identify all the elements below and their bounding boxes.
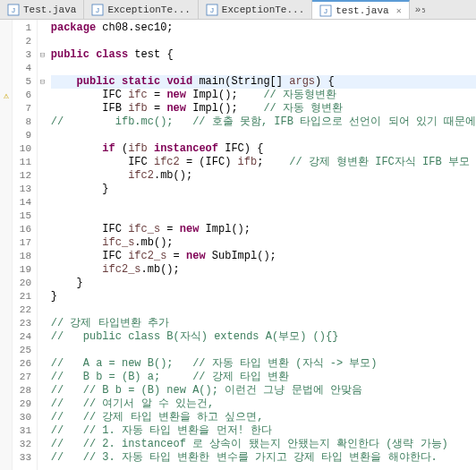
svg-text:J: J bbox=[96, 6, 99, 14]
fold-toggle bbox=[38, 21, 47, 35]
fold-toggle bbox=[38, 115, 47, 129]
code-line[interactable]: // // 3. 자동 타입 변환한 변수를 가지고 강제 타입 변환을 해야한… bbox=[51, 451, 476, 465]
gutter-mark bbox=[0, 129, 12, 142]
code-line[interactable]: // // 1. 자동 타입 변환을 먼저! 한다 bbox=[51, 424, 476, 438]
code-line[interactable] bbox=[51, 344, 476, 357]
code-line[interactable] bbox=[51, 129, 476, 142]
fold-toggle bbox=[38, 384, 47, 397]
line-number: 22 bbox=[13, 303, 31, 317]
fold-toggle bbox=[38, 250, 47, 263]
code-line[interactable]: // // 강제 타입 변환을 하고 싶으면, bbox=[51, 411, 476, 424]
tab-overflow[interactable]: »₅ bbox=[410, 0, 432, 19]
java-file-icon: J bbox=[319, 4, 332, 17]
line-number: 8 bbox=[13, 115, 31, 129]
code-line[interactable]: ifc2.mb(); bbox=[51, 169, 476, 183]
gutter-mark bbox=[0, 115, 12, 129]
line-number: 18 bbox=[13, 250, 31, 263]
gutter-mark bbox=[0, 330, 12, 344]
code-line[interactable]: IFB ifb = new Impl(); // 자동 형변환 bbox=[51, 102, 476, 115]
code-line[interactable] bbox=[51, 62, 476, 75]
code-line[interactable]: ifc2_s.mb(); bbox=[51, 263, 476, 277]
java-file-icon: J bbox=[91, 4, 104, 16]
line-number: 2 bbox=[13, 35, 31, 48]
fold-toggle bbox=[38, 223, 47, 236]
gutter-mark bbox=[0, 263, 12, 277]
fold-toggle bbox=[38, 290, 47, 303]
line-number: 20 bbox=[13, 277, 31, 290]
line-number: 32 bbox=[13, 438, 31, 451]
code-line[interactable]: // // B b = (B) new A(); 이런건 그냥 문법에 안맞음 bbox=[51, 384, 476, 397]
code-line[interactable]: } bbox=[51, 290, 476, 303]
gutter-mark bbox=[0, 438, 12, 451]
code-line[interactable]: package ch08.sec10; bbox=[51, 21, 476, 35]
tab-bar: JTest.javaJExceptionTe...JExceptionTe...… bbox=[0, 0, 476, 20]
code-line[interactable] bbox=[51, 209, 476, 223]
code-line[interactable]: // ifb.mc(); // 호출 못함, IFB 타입으로 선언이 되어 있… bbox=[51, 115, 476, 129]
line-number: 3 bbox=[13, 48, 31, 62]
tab-0[interactable]: JTest.java bbox=[0, 0, 84, 19]
code-line[interactable]: } bbox=[51, 277, 476, 290]
fold-toggle bbox=[38, 263, 47, 277]
line-number: 23 bbox=[13, 317, 31, 330]
fold-toggle bbox=[38, 277, 47, 290]
gutter-mark bbox=[0, 451, 12, 465]
line-number: 12 bbox=[13, 169, 31, 183]
code-line[interactable]: // // 2. instanceof 로 상속이 됐는지 안됐는지 확인한다 … bbox=[51, 438, 476, 451]
gutter-mark bbox=[0, 344, 12, 357]
fold-toggle[interactable]: ⊟ bbox=[38, 75, 47, 89]
fold-toggle bbox=[38, 371, 47, 384]
gutter-mark: ⚠ bbox=[0, 89, 12, 102]
code-line[interactable]: IFC ifc2 = (IFC) ifb; // 강제 형변환 IFC자식 IF… bbox=[51, 156, 476, 169]
line-number: 6 bbox=[13, 89, 31, 102]
code-line[interactable] bbox=[51, 35, 476, 48]
fold-column: ⊟⊟ bbox=[38, 20, 47, 470]
line-number: 13 bbox=[13, 183, 31, 196]
line-number: 4 bbox=[13, 62, 31, 75]
fold-toggle bbox=[38, 62, 47, 75]
gutter-mark bbox=[0, 35, 12, 48]
tab-label: ExceptionTe... bbox=[107, 4, 190, 15]
java-file-icon: J bbox=[7, 4, 20, 16]
line-number: 5 bbox=[13, 75, 31, 89]
code-line[interactable]: // public class B(자식) extends A(부모) (){} bbox=[51, 330, 476, 344]
line-number: 15 bbox=[13, 209, 31, 223]
line-number: 31 bbox=[13, 424, 31, 438]
code-line[interactable]: IFC ifc_s = new Impl(); bbox=[51, 223, 476, 236]
code-line[interactable]: // A a = new B(); // 자동 타입 변환 (자식 -> 부모) bbox=[51, 357, 476, 371]
gutter-mark bbox=[0, 102, 12, 115]
fold-toggle[interactable]: ⊟ bbox=[38, 48, 47, 62]
fold-toggle bbox=[38, 209, 47, 223]
line-number: 9 bbox=[13, 129, 31, 142]
gutter-mark bbox=[0, 48, 12, 62]
code-line[interactable]: } bbox=[51, 183, 476, 196]
fold-toggle bbox=[38, 451, 47, 465]
line-number: 16 bbox=[13, 223, 31, 236]
tab-2[interactable]: JExceptionTe... bbox=[199, 0, 312, 19]
code-line[interactable] bbox=[51, 196, 476, 209]
fold-toggle bbox=[38, 357, 47, 371]
java-file-icon: J bbox=[206, 4, 218, 16]
code-line[interactable] bbox=[51, 303, 476, 317]
code-line[interactable]: public class test { bbox=[51, 48, 476, 62]
fold-toggle bbox=[38, 411, 47, 424]
code-line[interactable]: // 강제 타입변환 추가 bbox=[51, 317, 476, 330]
code-line[interactable]: // // 여기서 알 수 있는건, bbox=[51, 397, 476, 411]
fold-toggle bbox=[38, 317, 47, 330]
close-icon[interactable]: ✕ bbox=[396, 5, 402, 16]
code-area[interactable]: package ch08.sec10;public class test { p… bbox=[47, 20, 476, 470]
svg-text:J: J bbox=[12, 6, 15, 14]
code-line[interactable]: ifc_s.mb(); bbox=[51, 236, 476, 250]
tab-3[interactable]: Jtest.java✕ bbox=[312, 0, 409, 19]
code-line[interactable]: if (ifb instanceof IFC) { bbox=[51, 142, 476, 156]
line-number: 7 bbox=[13, 102, 31, 115]
code-line[interactable]: IFC ifc2_s = new SubImpl(); bbox=[51, 250, 476, 263]
gutter-mark bbox=[0, 156, 12, 169]
gutter-mark bbox=[0, 142, 12, 156]
code-line[interactable]: // B b = (B) a; // 강제 타입 변환 bbox=[51, 371, 476, 384]
tab-1[interactable]: JExceptionTe... bbox=[84, 0, 198, 19]
svg-text:J: J bbox=[210, 6, 214, 14]
code-line[interactable]: IFC ifc = new Impl(); // 자동형변환 bbox=[51, 89, 476, 102]
line-number: 27 bbox=[13, 371, 31, 384]
code-line[interactable]: public static void main(String[] args) { bbox=[51, 75, 476, 89]
tab-label: ExceptionTe... bbox=[222, 4, 304, 15]
